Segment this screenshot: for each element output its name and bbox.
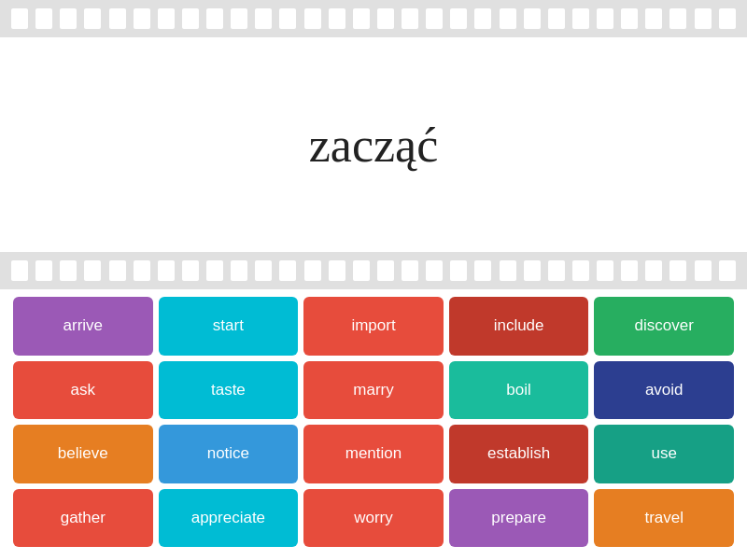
film-hole — [597, 8, 613, 29]
film-hole — [231, 260, 247, 281]
film-hole — [109, 8, 126, 29]
answer-button-appreciate[interactable]: appreciate — [159, 489, 299, 548]
film-hole — [548, 8, 565, 29]
film-hole — [279, 8, 296, 29]
film-hole — [524, 8, 541, 29]
film-hole — [377, 8, 394, 29]
film-hole — [669, 260, 686, 281]
film-hole — [329, 8, 345, 29]
film-hole — [669, 8, 686, 29]
film-hole — [597, 260, 613, 281]
film-hole — [474, 8, 491, 29]
film-hole — [231, 8, 247, 29]
answer-button-gather[interactable]: gather — [13, 489, 153, 548]
film-hole — [548, 260, 565, 281]
answer-button-mention[interactable]: mention — [303, 425, 444, 483]
film-hole — [158, 8, 175, 29]
film-hole — [474, 260, 491, 281]
film-hole — [353, 260, 370, 281]
film-hole — [377, 260, 394, 281]
film-hole — [134, 8, 150, 29]
answer-button-boil[interactable]: boil — [449, 361, 589, 420]
answer-button-ask[interactable]: ask — [13, 361, 153, 420]
answer-button-arrive[interactable]: arrive — [13, 297, 153, 356]
film-hole — [402, 8, 418, 29]
film-hole — [206, 260, 223, 281]
film-hole — [109, 260, 126, 281]
film-hole — [402, 260, 418, 281]
film-hole — [450, 8, 467, 29]
answer-button-avoid[interactable]: avoid — [594, 361, 734, 420]
answer-button-marry[interactable]: marry — [303, 361, 444, 420]
answer-button-establish[interactable]: establish — [449, 425, 589, 483]
film-hole — [353, 8, 370, 29]
film-hole — [304, 8, 321, 29]
main-word-area: zacząć — [0, 37, 747, 252]
answer-button-notice[interactable]: notice — [159, 425, 299, 483]
film-hole — [279, 260, 296, 281]
film-hole — [84, 260, 101, 281]
film-hole — [645, 8, 662, 29]
main-word: zacząć — [309, 118, 438, 173]
film-hole — [426, 8, 443, 29]
answer-grid: arrivestartimportincludediscoverasktaste… — [0, 289, 747, 560]
film-hole — [35, 260, 52, 281]
film-hole — [572, 8, 589, 29]
film-hole — [719, 260, 736, 281]
film-hole — [134, 260, 150, 281]
film-hole — [572, 260, 589, 281]
film-hole — [329, 260, 345, 281]
film-hole — [255, 260, 272, 281]
answer-button-import[interactable]: import — [303, 297, 444, 356]
film-hole — [719, 8, 736, 29]
film-hole — [500, 8, 516, 29]
film-hole — [206, 8, 223, 29]
film-hole — [304, 260, 321, 281]
film-hole — [621, 260, 638, 281]
answer-button-prepare[interactable]: prepare — [449, 489, 589, 548]
answer-button-travel[interactable]: travel — [594, 489, 734, 548]
film-hole — [11, 260, 28, 281]
film-hole — [524, 260, 541, 281]
film-hole — [695, 8, 712, 29]
film-hole — [84, 8, 101, 29]
film-hole — [35, 8, 52, 29]
answer-button-discover[interactable]: discover — [594, 297, 734, 356]
answer-button-taste[interactable]: taste — [159, 361, 299, 420]
film-hole — [182, 260, 199, 281]
answer-button-worry[interactable]: worry — [303, 489, 444, 548]
film-hole — [450, 260, 467, 281]
film-hole — [695, 260, 712, 281]
answer-button-use[interactable]: use — [594, 425, 734, 483]
film-hole — [255, 8, 272, 29]
bottom-film-strip — [0, 252, 747, 289]
film-hole — [426, 260, 443, 281]
film-hole — [621, 8, 638, 29]
answer-button-include[interactable]: include — [449, 297, 589, 356]
film-hole — [500, 260, 516, 281]
answer-button-start[interactable]: start — [159, 297, 299, 356]
film-hole — [11, 8, 28, 29]
film-hole — [182, 8, 199, 29]
top-film-strip — [0, 0, 747, 37]
film-hole — [158, 260, 175, 281]
film-hole — [60, 8, 77, 29]
film-hole — [60, 260, 77, 281]
answer-button-believe[interactable]: believe — [13, 425, 153, 483]
film-hole — [645, 260, 662, 281]
